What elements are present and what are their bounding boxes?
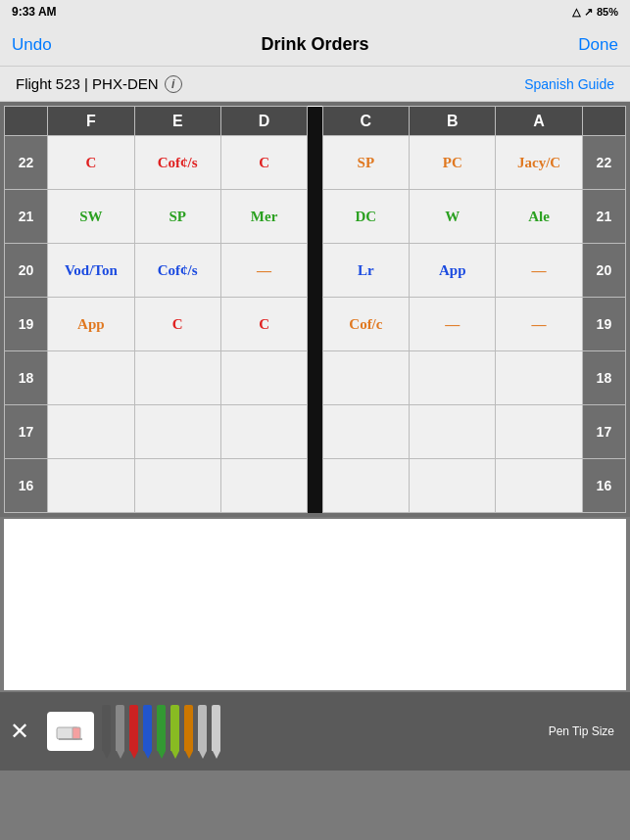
table-row[interactable]: 21SWSPMerDCWAle21 bbox=[5, 190, 626, 244]
cell-20-A[interactable]: — bbox=[496, 244, 582, 298]
pen-8[interactable] bbox=[212, 705, 220, 759]
cell-21-E[interactable]: SP bbox=[134, 190, 220, 244]
cell-20-C[interactable]: Lr bbox=[322, 244, 409, 298]
cell-19-A[interactable]: — bbox=[496, 298, 582, 351]
cell-18-C[interactable] bbox=[322, 351, 409, 405]
col-header-B: B bbox=[410, 107, 496, 136]
cell-19-E[interactable]: C bbox=[134, 298, 220, 351]
flight-info: Flight 523 | PHX-DEN i bbox=[16, 75, 182, 93]
eraser-tool[interactable] bbox=[47, 712, 94, 751]
cell-19-D[interactable]: C bbox=[220, 298, 307, 351]
cell-18-D[interactable] bbox=[220, 351, 307, 405]
col-header-A: A bbox=[496, 107, 582, 136]
table-row[interactable]: 1717 bbox=[5, 405, 626, 459]
row-num-left: 17 bbox=[5, 405, 48, 459]
close-button[interactable]: ✕ bbox=[10, 718, 29, 745]
cell-18-E[interactable] bbox=[134, 351, 220, 405]
pen-3[interactable] bbox=[143, 705, 152, 759]
cell-22-D[interactable]: C bbox=[220, 136, 307, 190]
cell-19-B[interactable]: — bbox=[410, 298, 496, 351]
cell-20-B[interactable]: App bbox=[410, 244, 496, 298]
cell-21-D[interactable]: Mer bbox=[220, 190, 307, 244]
status-bar: 9:33 AM △ ↗ 85% bbox=[0, 0, 630, 23]
row-num-left: 22 bbox=[5, 136, 48, 190]
cell-21-C[interactable]: DC bbox=[322, 190, 409, 244]
status-icons: △ ↗ 85% bbox=[572, 6, 618, 19]
cell-22-B[interactable]: PC bbox=[410, 136, 496, 190]
cell-18-B[interactable] bbox=[410, 351, 496, 405]
table-row[interactable]: 1818 bbox=[5, 351, 626, 405]
cell-17-B[interactable] bbox=[410, 405, 496, 459]
cell-17-A[interactable] bbox=[496, 405, 582, 459]
drawing-area[interactable] bbox=[4, 519, 626, 690]
pen-set bbox=[102, 705, 541, 759]
pen-1[interactable] bbox=[116, 705, 124, 759]
aisle-cell bbox=[308, 298, 322, 351]
row-num-left: 16 bbox=[5, 459, 48, 513]
row-num-right: 18 bbox=[582, 351, 625, 405]
svg-rect-1 bbox=[73, 727, 80, 739]
pen-4[interactable] bbox=[157, 705, 166, 759]
cell-19-F[interactable]: App bbox=[48, 298, 134, 351]
col-header-E: E bbox=[134, 107, 220, 136]
cell-21-A[interactable]: Ale bbox=[496, 190, 582, 244]
nav-bar: Undo Drink Orders Done bbox=[0, 23, 630, 67]
table-row[interactable]: 22CCof¢/sCSPPCJacy/C22 bbox=[5, 136, 626, 190]
aisle-cell bbox=[308, 136, 322, 190]
info-icon[interactable]: i bbox=[165, 75, 182, 93]
pen-6[interactable] bbox=[184, 705, 193, 759]
cell-21-F[interactable]: SW bbox=[48, 190, 134, 244]
row-num-right: 17 bbox=[582, 405, 625, 459]
seat-grid: F E D C B A 22CCof¢/sCSPPCJacy/C2221SWSP… bbox=[4, 106, 626, 513]
cell-17-C[interactable] bbox=[322, 405, 409, 459]
col-header-D: D bbox=[220, 107, 307, 136]
toolbar: ✕ Pen Tip Size bbox=[0, 692, 630, 770]
cell-22-E[interactable]: Cof¢/s bbox=[134, 136, 220, 190]
page-title: Drink Orders bbox=[261, 34, 368, 55]
undo-button[interactable]: Undo bbox=[12, 35, 52, 55]
col-header-C: C bbox=[322, 107, 409, 136]
table-row[interactable]: 1616 bbox=[5, 459, 626, 513]
cell-16-D[interactable] bbox=[220, 459, 307, 513]
aisle-cell bbox=[308, 190, 322, 244]
aisle-header bbox=[308, 107, 322, 136]
pen-5[interactable] bbox=[170, 705, 179, 759]
cell-16-B[interactable] bbox=[410, 459, 496, 513]
aisle-cell bbox=[308, 351, 322, 405]
cell-20-E[interactable]: Cof¢/s bbox=[134, 244, 220, 298]
cell-21-B[interactable]: W bbox=[410, 190, 496, 244]
cell-16-F[interactable] bbox=[48, 459, 134, 513]
table-row[interactable]: 20Vod/TonCof¢/s—LrApp—20 bbox=[5, 244, 626, 298]
cell-22-C[interactable]: SP bbox=[322, 136, 409, 190]
wifi-icon: ↗ bbox=[584, 6, 593, 19]
table-row[interactable]: 19AppCCCof/c——19 bbox=[5, 298, 626, 351]
cell-22-A[interactable]: Jacy/C bbox=[496, 136, 582, 190]
done-button[interactable]: Done bbox=[578, 35, 618, 55]
row-num-left: 20 bbox=[5, 244, 48, 298]
grid-container: F E D C B A 22CCof¢/sCSPPCJacy/C2221SWSP… bbox=[0, 102, 630, 517]
col-header-row bbox=[5, 107, 48, 136]
cell-17-D[interactable] bbox=[220, 405, 307, 459]
cell-20-F[interactable]: Vod/Ton bbox=[48, 244, 134, 298]
cell-16-C[interactable] bbox=[322, 459, 409, 513]
cell-16-E[interactable] bbox=[134, 459, 220, 513]
cell-18-A[interactable] bbox=[496, 351, 582, 405]
row-num-left: 18 bbox=[5, 351, 48, 405]
status-time: 9:33 AM bbox=[12, 5, 57, 19]
cell-17-E[interactable] bbox=[134, 405, 220, 459]
pen-7[interactable] bbox=[198, 705, 207, 759]
col-header-F: F bbox=[48, 107, 134, 136]
pen-2[interactable] bbox=[129, 705, 138, 759]
sub-nav: Flight 523 | PHX-DEN i Spanish Guide bbox=[0, 67, 630, 102]
cell-19-C[interactable]: Cof/c bbox=[322, 298, 409, 351]
cell-22-F[interactable]: C bbox=[48, 136, 134, 190]
pen-tip-size-label: Pen Tip Size bbox=[549, 724, 620, 738]
cell-16-A[interactable] bbox=[496, 459, 582, 513]
cell-18-F[interactable] bbox=[48, 351, 134, 405]
battery-label: 85% bbox=[597, 6, 618, 18]
spanish-guide-button[interactable]: Spanish Guide bbox=[524, 76, 614, 92]
pen-0[interactable] bbox=[102, 705, 111, 759]
row-num-right: 21 bbox=[582, 190, 625, 244]
cell-20-D[interactable]: — bbox=[220, 244, 307, 298]
cell-17-F[interactable] bbox=[48, 405, 134, 459]
